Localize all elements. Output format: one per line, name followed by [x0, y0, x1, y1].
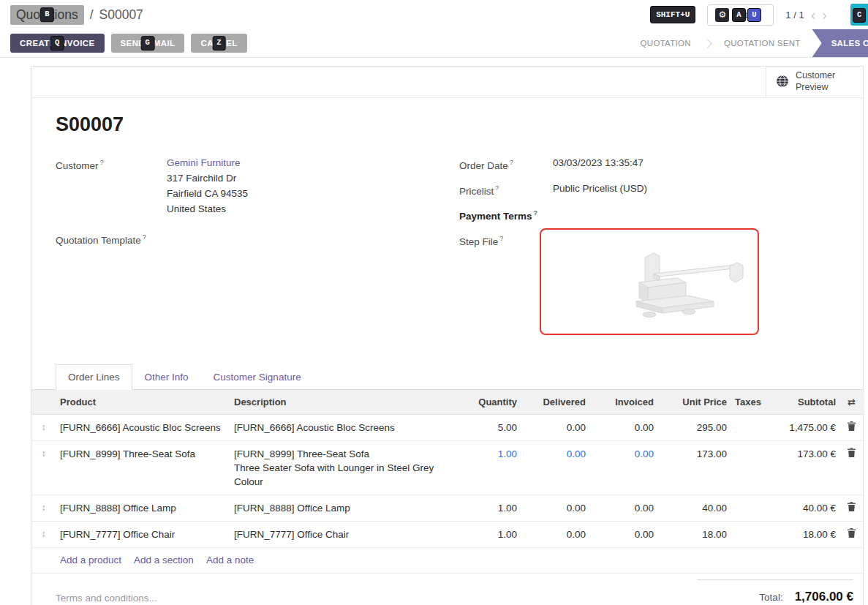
statusbar-step-label: SALES ORDER	[831, 39, 868, 48]
order-date-field-label: Order Date?	[459, 155, 553, 173]
step-file-image[interactable]	[540, 228, 759, 335]
cell-product[interactable]: [FURN_8888] Office Lamp	[56, 495, 231, 521]
cell-quantity[interactable]: 1.00	[458, 440, 520, 495]
cell-product[interactable]: [FURN_6666] Acoustic Bloc Screens	[56, 414, 231, 440]
shortcut-hint-badge: SHIFT+U	[650, 6, 695, 23]
terms-and-conditions-placeholder[interactable]: Terms and conditions...	[56, 593, 157, 604]
cell-product[interactable]: [FURN_7777] Office Chair	[56, 521, 231, 547]
cell-taxes[interactable]	[730, 440, 761, 495]
cancel-button[interactable]: CANCEL Z	[191, 34, 246, 53]
cell-description[interactable]: [FURN_6666] Acoustic Bloc Screens	[231, 414, 458, 440]
cell-subtotal: 1,475.00 €	[761, 414, 839, 440]
cell-delivered[interactable]: 0.00	[520, 521, 589, 547]
hotkey-badge-z: Z	[212, 36, 226, 50]
cell-unit-price[interactable]: 295.00	[657, 414, 730, 440]
quotation-template-value[interactable]	[167, 230, 196, 248]
cell-taxes[interactable]	[730, 521, 761, 547]
cell-subtotal: 173.00 €	[761, 440, 839, 495]
drag-handle-icon[interactable]: ↕	[42, 503, 46, 513]
create-invoice-button[interactable]: CREATE INVOICE Q	[10, 34, 105, 53]
cell-delivered[interactable]: 0.00	[520, 495, 589, 521]
table-row[interactable]: ↕ [FURN_8888] Office Lamp [FURN_8888] Of…	[31, 495, 864, 521]
tab-order-lines[interactable]: Order Lines	[56, 364, 132, 390]
customer-link[interactable]: Gemini Furniture	[167, 155, 248, 170]
col-header-quantity: Quantity	[458, 390, 520, 415]
statusbar-step-quotation[interactable]: QUOTATION	[629, 29, 703, 57]
order-date-value[interactable]: 03/03/2023 13:35:47	[553, 155, 644, 173]
customer-preview-button[interactable]: Customer Preview	[766, 67, 863, 97]
hotkey-badge-u: U	[747, 8, 761, 23]
breadcrumb-current: S00007	[99, 7, 143, 23]
pricelist-label-text: Pricelist	[459, 185, 494, 196]
tab-customer-signature[interactable]: Customer Signature	[201, 364, 314, 390]
edge-create-button[interactable]: C	[850, 4, 868, 26]
cell-description[interactable]: [FURN_7777] Office Chair	[231, 521, 458, 547]
cell-unit-price[interactable]: 173.00	[657, 440, 730, 495]
help-icon: ?	[499, 235, 503, 242]
total-label: Total:	[759, 592, 782, 603]
optional-columns-toggle-icon[interactable]: ⇄	[842, 397, 861, 407]
payment-terms-value[interactable]	[553, 206, 582, 224]
order-lines-body: ↕ [FURN_6666] Acoustic Bloc Screens [FUR…	[31, 414, 864, 547]
table-row[interactable]: ↕ [FURN_7777] Office Chair [FURN_7777] O…	[31, 521, 864, 547]
cell-taxes[interactable]	[730, 414, 761, 440]
pager-previous-icon[interactable]: ‹	[811, 7, 816, 22]
cell-invoiced[interactable]: 0.00	[589, 414, 657, 440]
pricelist-value[interactable]: Public Pricelist (USD)	[553, 181, 647, 199]
customer-address-line2: Fairfield CA 94535	[167, 186, 248, 201]
customer-address-line1: 317 Fairchild Dr	[167, 170, 248, 186]
step-file-field-label: Step File?	[459, 231, 553, 335]
record-title: S00007	[56, 113, 863, 136]
cell-unit-price[interactable]: 40.00	[657, 495, 730, 521]
statusbar-step-label: QUOTATION SENT	[724, 39, 801, 48]
drag-handle-icon[interactable]: ↕	[42, 422, 46, 432]
cell-quantity[interactable]: 5.00	[458, 414, 520, 440]
add-product-link[interactable]: Add a product	[60, 555, 121, 565]
help-icon: ?	[495, 184, 499, 192]
cell-quantity[interactable]: 1.00	[458, 521, 520, 547]
add-section-link[interactable]: Add a section	[134, 555, 194, 565]
col-header-handle	[31, 390, 56, 415]
cell-delivered[interactable]: 0.00	[520, 440, 589, 495]
table-row[interactable]: ↕ [FURN_6666] Acoustic Bloc Screens [FUR…	[31, 414, 864, 440]
cell-invoiced[interactable]: 0.00	[589, 521, 657, 547]
delete-row-icon[interactable]	[848, 421, 856, 435]
help-icon: ?	[100, 159, 104, 166]
cell-subtotal: 40.00 €	[761, 495, 839, 521]
statusbar-step-quotation-sent[interactable]: QUOTATION SENT	[712, 29, 812, 57]
cell-delivered[interactable]: 0.00	[520, 414, 589, 440]
table-row[interactable]: ↕ [FURN_8999] Three-Seat Sofa [FURN_8999…	[31, 440, 864, 495]
order-lines-table: Product Description Quantity Delivered I…	[31, 390, 864, 548]
cell-quantity[interactable]: 1.00	[458, 495, 520, 521]
cell-invoiced[interactable]: 0.00	[589, 495, 657, 521]
cell-description[interactable]: [FURN_8888] Office Lamp	[231, 495, 458, 521]
statusbar-step-sales-order[interactable]: SALES ORDER	[812, 29, 868, 57]
cell-taxes[interactable]	[730, 495, 761, 521]
field-groups: Customer? Gemini Furniture 317 Fairchild…	[56, 155, 839, 342]
send-email-button[interactable]: SEND EMAIL G	[111, 34, 185, 53]
quotation-template-field-label: Quotation Template?	[56, 230, 167, 248]
delete-row-icon[interactable]	[848, 527, 856, 541]
pager-next-icon[interactable]: ›	[822, 7, 827, 22]
action-menu-button[interactable]: ⚙ Action A U	[707, 4, 774, 26]
col-header-subtotal: Subtotal	[761, 390, 839, 415]
breadcrumb-parent[interactable]: Quotations B	[10, 5, 84, 25]
tab-other-info[interactable]: Other Info	[132, 364, 201, 390]
topbar-right-cluster: SHIFT+U ⚙ Action A U 1 / 1 ‹ ›	[650, 4, 827, 26]
cell-product[interactable]: [FURN_8999] Three-Seat Sofa	[56, 440, 231, 495]
payment-terms-field-label: Payment Terms?	[459, 206, 553, 224]
cell-description[interactable]: [FURN_8999] Three-Seat SofaThree Seater …	[231, 440, 458, 495]
cell-invoiced[interactable]: 0.00	[589, 440, 657, 495]
breadcrumb: Quotations B / S00007	[10, 5, 143, 25]
order-date-label-text: Order Date	[459, 160, 508, 171]
cell-unit-price[interactable]: 18.00	[657, 521, 730, 547]
drag-handle-icon[interactable]: ↕	[42, 448, 46, 459]
delete-row-icon[interactable]	[848, 501, 856, 515]
help-icon: ?	[143, 233, 146, 241]
delete-row-icon[interactable]	[848, 447, 856, 461]
drag-handle-icon[interactable]: ↕	[42, 529, 46, 539]
col-header-invoiced: Invoiced	[589, 390, 657, 415]
hotkey-badge-q: Q	[50, 36, 64, 50]
col-header-product: Product	[56, 390, 231, 415]
add-note-link[interactable]: Add a note	[206, 555, 254, 565]
